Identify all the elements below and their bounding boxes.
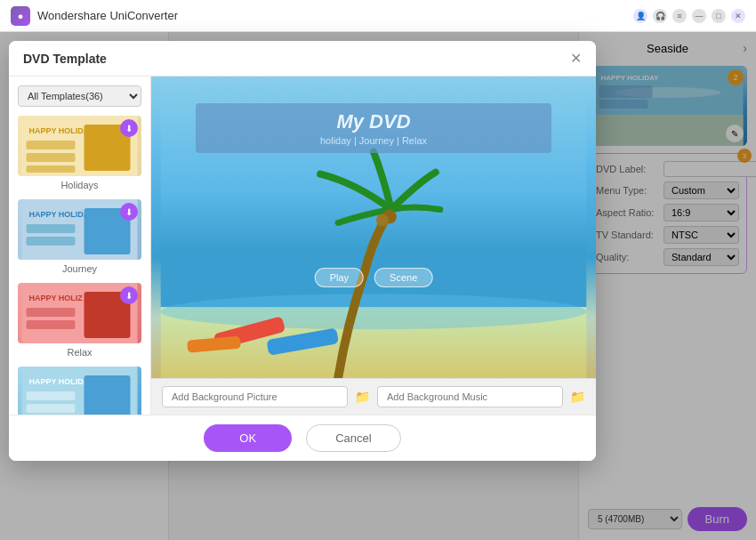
modal-overlay: DVD Template ✕ All Templates(36) HAPPY H… — [0, 32, 756, 540]
relax-label: Relax — [18, 347, 141, 358]
modal-footer: OK Cancel — [9, 415, 596, 461]
svg-rect-24 — [27, 391, 76, 400]
app-title: Wondershare UniConverter — [37, 9, 633, 22]
preview-title-bar: My DVD holiday | Journey | Relax — [196, 103, 551, 153]
bg-pic-folder-btn[interactable]: 📁 — [355, 390, 370, 404]
modal-body: All Templates(36) HAPPY HOLIDAY ⬇ — [9, 77, 596, 415]
logo-text: ● — [18, 11, 24, 21]
seaside2-preview-svg: HAPPY HOLIDAY — [18, 367, 141, 415]
titlebar: ● Wondershare UniConverter 👤 🎧 ≡ — □ ✕ — [0, 0, 756, 32]
svg-point-29 — [161, 294, 587, 329]
svg-text:HAPPY HOLIZ: HAPPY HOLIZ — [29, 294, 84, 302]
preview-scene-button[interactable]: Scene — [374, 268, 432, 287]
modal-header: DVD Template ✕ — [9, 41, 596, 77]
svg-rect-20 — [27, 320, 76, 329]
svg-rect-19 — [27, 308, 76, 317]
menu-btn[interactable]: ≡ — [672, 9, 687, 23]
template-thumb-relax: HAPPY HOLIZ ⬇ — [18, 283, 141, 343]
bg-music-folder-btn[interactable]: 📁 — [570, 390, 585, 404]
headset-icon-btn[interactable]: 🎧 — [653, 9, 667, 23]
holidays-label: Holidays — [18, 180, 141, 190]
svg-rect-25 — [27, 404, 76, 413]
ok-button[interactable]: OK — [204, 424, 292, 452]
template-item-holidays[interactable]: HAPPY HOLIDAY ⬇ Holidays — [18, 116, 141, 190]
template-item-seaside[interactable]: HAPPY HOLIDAY Seaside — [18, 367, 141, 415]
modal-close-button[interactable]: ✕ — [570, 50, 582, 67]
preview-canvas: My DVD holiday | Journey | Relax Play Sc… — [151, 77, 596, 378]
cancel-button[interactable]: Cancel — [306, 424, 400, 452]
minimize-btn[interactable]: — — [692, 9, 706, 23]
app-logo: ● — [11, 6, 30, 26]
svg-rect-8 — [27, 141, 76, 149]
journey-download-icon: ⬇ — [120, 203, 138, 221]
svg-rect-10 — [27, 165, 76, 173]
preview-area: My DVD holiday | Journey | Relax Play Sc… — [151, 77, 596, 415]
template-item-relax[interactable]: HAPPY HOLIZ ⬇ Relax — [18, 283, 141, 358]
preview-play-button[interactable]: Play — [315, 268, 364, 287]
add-bg-picture-input[interactable] — [162, 386, 348, 407]
templates-filter-select[interactable]: All Templates(36) — [18, 85, 141, 107]
preview-dvd-subtitle: holiday | Journey | Relax — [210, 135, 537, 146]
add-bg-music-input[interactable] — [377, 386, 563, 407]
preview-action-buttons: Play Scene — [315, 268, 433, 287]
journey-label: Journey — [18, 263, 141, 274]
close-btn[interactable]: ✕ — [731, 9, 745, 23]
template-thumb-holidays: HAPPY HOLIDAY ⬇ — [18, 116, 141, 176]
template-thumb-seaside: HAPPY HOLIDAY — [18, 367, 141, 415]
dvd-template-modal: DVD Template ✕ All Templates(36) HAPPY H… — [9, 41, 596, 461]
template-thumb-journey: HAPPY HOLIDAY ⬇ — [18, 199, 141, 260]
templates-sidebar: All Templates(36) HAPPY HOLIDAY ⬇ — [9, 77, 151, 415]
svg-rect-9 — [27, 153, 76, 162]
preview-footer: 📁 📁 — [151, 378, 596, 415]
svg-rect-14 — [27, 224, 76, 233]
maximize-btn[interactable]: □ — [712, 9, 726, 23]
svg-point-31 — [376, 214, 389, 227]
user-icon-btn[interactable]: 👤 — [633, 9, 647, 23]
svg-rect-26 — [84, 375, 131, 415]
relax-download-icon: ⬇ — [120, 286, 138, 304]
window-controls: 👤 🎧 ≡ — □ ✕ — [633, 9, 745, 23]
modal-title: DVD Template — [23, 52, 570, 66]
svg-rect-15 — [27, 237, 76, 246]
template-item-journey[interactable]: HAPPY HOLIDAY ⬇ Journey — [18, 199, 141, 274]
close-icon: ✕ — [570, 51, 582, 66]
holidays-download-icon: ⬇ — [120, 119, 138, 137]
preview-dvd-title: My DVD — [210, 110, 537, 133]
